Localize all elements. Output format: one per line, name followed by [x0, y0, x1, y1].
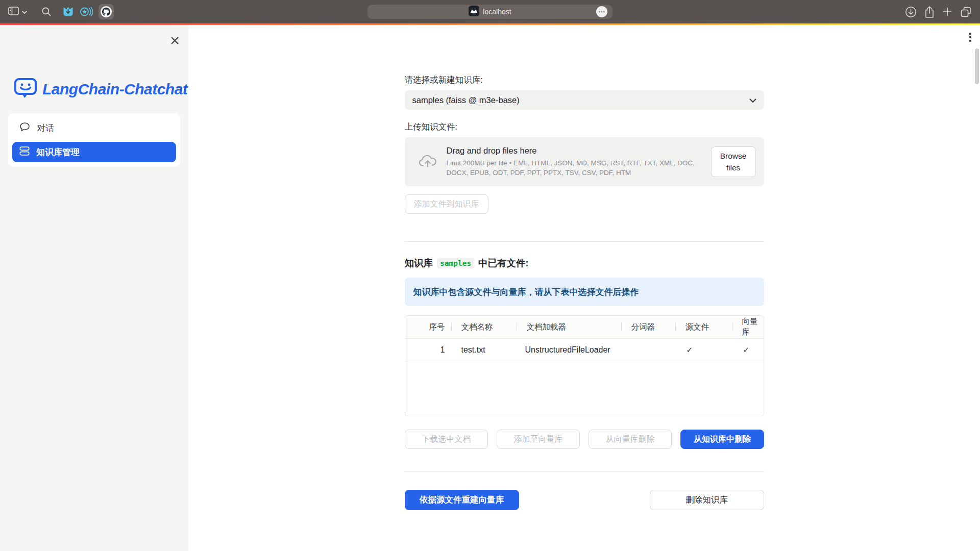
new-tab-icon[interactable]	[942, 4, 952, 20]
files-table: 序号 文档名称 文档加载器 分词器 源文件 向量库 1 test.txt Uns…	[405, 315, 764, 416]
browse-files-button[interactable]: Browse files	[711, 146, 756, 178]
sidebar: LangChain-Chatchat 对话 知识库管理	[0, 25, 188, 551]
kb-selectbox[interactable]: samples (faiss @ m3e-base)	[405, 90, 764, 110]
chat-bubble-icon	[19, 122, 30, 135]
download-icon[interactable]	[905, 4, 917, 20]
column-header: 文档名称	[451, 316, 517, 338]
dropzone-title: Drag and drop files here	[447, 146, 704, 156]
browser-toolbar: localhost	[0, 0, 980, 23]
sidebar-item-label: 对话	[37, 122, 54, 134]
section-divider	[405, 471, 764, 472]
cell-source-check: ✓	[675, 345, 732, 355]
rebuild-vector-store-button[interactable]: 依据源文件重建向量库	[405, 490, 519, 510]
cell-index: 1	[405, 345, 451, 355]
logo-text: LangChain-Chatchat	[42, 81, 187, 98]
search-icon[interactable]	[38, 4, 55, 20]
column-header: 文档加载器	[517, 316, 621, 338]
files-heading: 知识库 samples 中已有文件:	[405, 257, 764, 269]
sidebar-toggle-button[interactable]	[8, 4, 27, 20]
sidebar-nav: 对话 知识库管理	[8, 113, 180, 167]
kb-select-label: 请选择或新建知识库:	[405, 74, 764, 86]
share-icon[interactable]	[924, 4, 935, 20]
file-dropzone[interactable]: Drag and drop files here Limit 200MB per…	[405, 137, 764, 186]
sidebar-item-dialogue[interactable]: 对话	[12, 118, 176, 138]
dropzone-hint: Limit 200MB per file • EML, HTML, JSON, …	[447, 158, 704, 178]
upload-label: 上传知识文件:	[405, 121, 764, 133]
delete-kb-button[interactable]: 删除知识库	[650, 490, 764, 510]
section-divider	[405, 241, 764, 242]
table-header: 序号 文档名称 文档加载器 分词器 源文件 向量库	[405, 316, 764, 339]
add-files-button[interactable]: 添加文件到知识库	[405, 194, 488, 214]
files-heading-prefix: 知识库	[405, 257, 433, 269]
column-header: 向量库	[732, 316, 764, 338]
cell-vector-check: ✓	[732, 345, 764, 355]
download-selected-button[interactable]: 下载选中文档	[405, 430, 488, 449]
cell-doc-name: test.txt	[451, 345, 517, 355]
address-url: localhost	[483, 8, 511, 16]
address-bar[interactable]: localhost	[368, 5, 612, 19]
more-options-icon[interactable]	[596, 6, 607, 17]
star-circle-extension-icon[interactable]	[78, 4, 94, 20]
sidebar-item-label: 知识库管理	[36, 146, 80, 158]
app-menu-kebab-icon[interactable]	[969, 33, 971, 42]
cell-loader: UnstructuredFileLoader	[517, 345, 621, 355]
sidebar-close-icon[interactable]	[168, 34, 181, 46]
github-extension-icon[interactable]	[99, 4, 114, 20]
chevron-down-icon	[749, 95, 756, 105]
add-to-vector-store-button[interactable]: 添加至向量库	[497, 430, 580, 449]
logo-chat-icon	[14, 77, 37, 102]
column-header: 序号	[405, 316, 451, 338]
tab-overview-icon[interactable]	[960, 4, 972, 20]
delete-from-vector-store-button[interactable]: 从向量库删除	[589, 430, 672, 449]
kb-name-code: samples	[437, 258, 474, 268]
cat-extension-icon[interactable]	[60, 4, 76, 20]
table-row[interactable]: 1 test.txt UnstructuredFileLoader ✓ ✓	[405, 339, 764, 361]
sidebar-toggle-icon	[8, 7, 19, 17]
app-body: LangChain-Chatchat 对话 知识库管理	[0, 25, 980, 551]
chevron-down-icon	[22, 8, 27, 16]
kb-management-panel: 请选择或新建知识库: samples (faiss @ m3e-base) 上传…	[405, 25, 764, 510]
files-heading-suffix: 中已有文件:	[478, 257, 529, 269]
file-actions: 下载选中文档 添加至向量库 从向量库删除 从知识库中删除	[405, 430, 764, 449]
toolbar-left-group	[0, 4, 114, 20]
kb-selectbox-value: samples (faiss @ m3e-base)	[412, 95, 520, 105]
knowledge-base-icon	[19, 146, 30, 158]
main-content: 请选择或新建知识库: samples (faiss @ m3e-base) 上传…	[188, 25, 980, 551]
sidebar-item-kb-management[interactable]: 知识库管理	[12, 142, 176, 162]
browser-window: localhost	[0, 0, 980, 551]
upload-cloud-icon	[419, 154, 437, 170]
column-header: 源文件	[675, 316, 732, 338]
app-logo: LangChain-Chatchat	[14, 77, 187, 102]
site-favicon-icon	[469, 6, 479, 18]
delete-from-kb-button[interactable]: 从知识库中删除	[680, 430, 764, 449]
column-header: 分词器	[621, 316, 675, 338]
kb-footer-actions: 依据源文件重建向量库 删除知识库	[405, 490, 764, 510]
info-banner: 知识库中包含源文件与向量库，请从下表中选择文件后操作	[405, 278, 764, 306]
toolbar-right-group	[905, 0, 972, 23]
dropzone-text: Drag and drop files here Limit 200MB per…	[447, 146, 704, 178]
scrollbar-thumb[interactable]	[975, 48, 979, 84]
